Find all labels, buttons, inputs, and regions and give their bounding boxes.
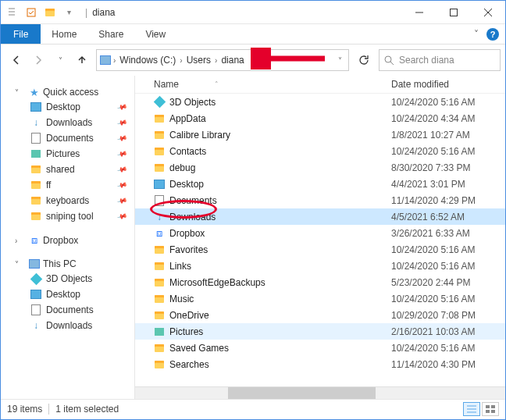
download-icon: ↓: [154, 212, 165, 222]
sidebar-item[interactable]: Pictures📌: [1, 146, 134, 162]
sidebar-item-label: shared: [46, 164, 75, 175]
column-date[interactable]: Date modified: [391, 79, 505, 90]
file-row[interactable]: Documents11/14/2020 4:29 PM: [135, 192, 505, 208]
titlebar: ▾ | diana: [1, 1, 505, 24]
file-row[interactable]: Searches11/14/2020 4:30 PM: [135, 356, 505, 372]
chevron-down-icon[interactable]: ˅: [15, 88, 26, 97]
folder-icon[interactable]: [43, 5, 57, 20]
tab-share[interactable]: Share: [87, 24, 134, 44]
recent-dropdown-icon[interactable]: ˅: [49, 49, 71, 71]
column-headers: Name ˄ Date modified: [135, 76, 505, 94]
sidebar-item[interactable]: Documents: [1, 302, 134, 318]
pin-icon: 📌: [116, 117, 128, 128]
sidebar-dropbox[interactable]: › ⧈ Dropbox: [1, 233, 134, 247]
file-row[interactable]: Links10/24/2020 5:16 AM: [135, 258, 505, 274]
folder-icon: [154, 343, 165, 354]
sidebar-item[interactable]: 3D Objects: [1, 271, 134, 287]
file-row[interactable]: OneDrive10/29/2020 7:08 PM: [135, 307, 505, 323]
file-date: 8/30/2020 7:33 PM: [391, 162, 505, 173]
file-date: 2/16/2021 10:03 AM: [391, 326, 505, 337]
file-row[interactable]: AppData10/24/2020 4:34 AM: [135, 110, 505, 126]
help-icon[interactable]: ?: [486, 28, 499, 41]
dropdown-icon[interactable]: ▾: [62, 5, 76, 20]
ribbon-expand-icon[interactable]: ˅: [474, 29, 479, 40]
sidebar-item[interactable]: ↓Downloads: [1, 318, 134, 333]
forward-button[interactable]: [27, 49, 49, 71]
svg-rect-4: [491, 405, 495, 408]
chevron-right-icon[interactable]: ›: [179, 56, 183, 65]
file-row[interactable]: Calibre Library1/8/2021 10:27 AM: [135, 126, 505, 143]
file-row[interactable]: Saved Games10/24/2020 5:16 AM: [135, 340, 505, 356]
file-row[interactable]: Favorites10/24/2020 5:16 AM: [135, 241, 505, 258]
view-details-button[interactable]: [463, 402, 480, 416]
tab-home[interactable]: Home: [41, 24, 87, 44]
file-row[interactable]: Music10/24/2020 5:16 AM: [135, 290, 505, 307]
status-count: 19 items: [7, 404, 42, 415]
address-bar[interactable]: › Windows (C:) › Users › diana ˅: [96, 49, 349, 71]
tab-file[interactable]: File: [1, 24, 41, 44]
file-date: 10/29/2020 7:08 PM: [391, 310, 505, 321]
file-row[interactable]: debug8/30/2020 7:33 PM: [135, 159, 505, 176]
sidebar-item[interactable]: ff📌: [1, 177, 134, 193]
folder-icon: [154, 277, 165, 288]
folder-icon: [30, 180, 41, 190]
file-row[interactable]: ↓Downloads4/5/2021 6:52 AM: [135, 208, 505, 225]
dropbox-icon: ⧈: [29, 235, 40, 246]
sidebar-item[interactable]: Documents📌: [1, 130, 134, 146]
file-row[interactable]: MicrosoftEdgeBackups5/23/2020 2:44 PM: [135, 274, 505, 290]
minimize-button[interactable]: [402, 1, 437, 24]
dropbox-icon: ⧈: [154, 228, 165, 239]
file-row[interactable]: ⧈Dropbox3/26/2021 6:33 AM: [135, 225, 505, 241]
breadcrumb-seg[interactable]: Windows (C:): [118, 55, 177, 66]
breadcrumb-seg[interactable]: Users: [185, 55, 212, 66]
view-large-button[interactable]: [482, 402, 499, 416]
this-pc-icon: [29, 258, 40, 269]
chevron-right-icon[interactable]: ›: [15, 237, 26, 245]
file-row[interactable]: Desktop4/4/2021 3:01 PM: [135, 176, 505, 192]
sidebar-quick-access[interactable]: ˅ ★ Quick access: [1, 85, 134, 99]
sidebar-item[interactable]: ↓Downloads📌: [1, 115, 134, 130]
file-name: AppData: [169, 113, 206, 124]
tab-view[interactable]: View: [134, 24, 176, 44]
maximize-button[interactable]: [437, 1, 471, 24]
file-list: 3D Objects10/24/2020 5:16 AMAppData10/24…: [135, 94, 505, 386]
refresh-button[interactable]: [352, 49, 376, 71]
chevron-down-icon[interactable]: ˅: [15, 260, 26, 269]
address-dropdown-icon[interactable]: ˅: [338, 56, 345, 65]
sidebar-item[interactable]: keyboards📌: [1, 193, 134, 208]
column-name[interactable]: Name ˄: [154, 79, 391, 90]
breadcrumb-seg[interactable]: diana: [219, 55, 245, 66]
sidebar-item-label: ff: [46, 180, 51, 190]
back-button[interactable]: [5, 49, 27, 71]
horizontal-scrollbar[interactable]: [135, 386, 505, 399]
sidebar-item-label: Downloads: [46, 320, 92, 331]
file-explorer-window: ▾ | diana File Home Share View ˅ ? ˅ › W…: [0, 0, 506, 420]
chevron-right-icon[interactable]: ›: [112, 56, 116, 65]
file-name: debug: [169, 162, 195, 173]
sidebar-label: Dropbox: [43, 235, 78, 246]
obj3d-icon: [154, 97, 165, 108]
sidebar-item-label: Desktop: [46, 289, 80, 300]
up-button[interactable]: [71, 49, 93, 71]
file-row[interactable]: Contacts10/24/2020 5:16 AM: [135, 143, 505, 159]
file-name: 3D Objects: [169, 97, 216, 108]
file-date: 5/23/2020 2:44 PM: [391, 277, 505, 288]
pin-icon: 📌: [116, 133, 128, 144]
search-box[interactable]: Search diana: [379, 49, 501, 71]
sidebar-item-label: Documents: [46, 133, 94, 144]
sidebar-item[interactable]: Desktop: [1, 287, 134, 302]
file-row[interactable]: 3D Objects10/24/2020 5:16 AM: [135, 94, 505, 110]
sidebar-item[interactable]: sniping tool📌: [1, 208, 134, 224]
properties-icon[interactable]: [24, 5, 38, 20]
sidebar-item[interactable]: Desktop📌: [1, 99, 134, 115]
file-row[interactable]: Pictures2/16/2021 10:03 AM: [135, 323, 505, 340]
sidebar-this-pc[interactable]: ˅ This PC: [1, 257, 134, 271]
file-date: 10/24/2020 4:34 AM: [391, 113, 505, 124]
overflow-icon[interactable]: [5, 5, 20, 20]
sidebar-item[interactable]: shared📌: [1, 162, 134, 177]
close-button[interactable]: [471, 1, 505, 24]
picture-icon: [154, 326, 165, 337]
search-icon: [384, 55, 394, 66]
file-name: Saved Games: [169, 343, 229, 354]
chevron-right-icon[interactable]: ›: [214, 56, 218, 65]
